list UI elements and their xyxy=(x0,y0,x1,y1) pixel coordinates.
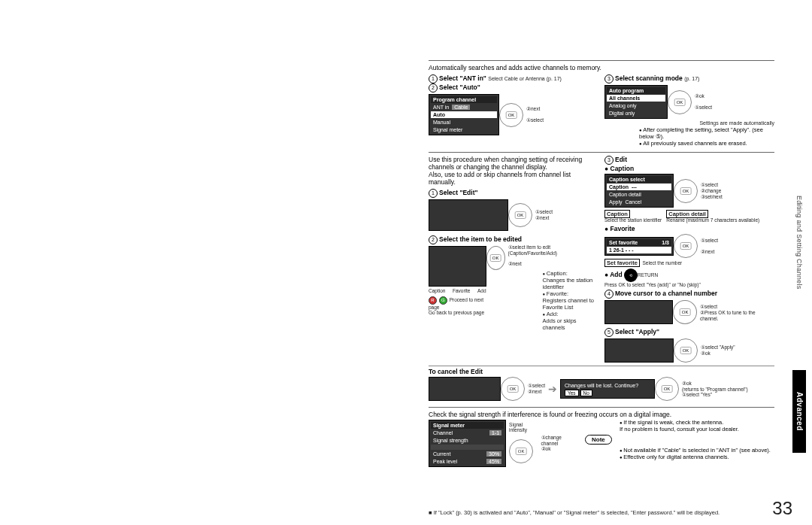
digital-only-row: Digital only xyxy=(607,110,665,117)
step-select-edit: Select "Edit" xyxy=(439,189,478,196)
cancel-ok-hints: ①select②next xyxy=(528,383,545,395)
add-heading: Add xyxy=(610,271,623,278)
cs-title: Caption select xyxy=(607,176,671,183)
item-ok-hints: ①select item to edit (Caption/Favorite/A… xyxy=(508,244,598,332)
sf-ok-hints: ①select②next xyxy=(701,238,718,255)
sf-row: 1 26-1 - - - xyxy=(607,247,671,253)
ok-dpad-icon xyxy=(508,203,532,227)
ap-title: Auto program xyxy=(607,87,665,94)
caption-heading: Caption xyxy=(611,165,635,172)
signal-meter-panel: Signal meter Channel 1-1 Signal strength… xyxy=(429,420,506,467)
auto-bullet-2: All previously saved channels are erased… xyxy=(639,140,774,147)
auto-note: Settings are made automatically xyxy=(604,120,774,126)
note-label: Note xyxy=(585,435,612,445)
return-icon: ⟲ xyxy=(624,269,638,282)
panel-title: Program channel xyxy=(431,96,497,103)
step-scan-mode: Select scanning mode xyxy=(615,74,683,82)
page-number: 33 xyxy=(772,498,792,519)
label-favorite: Favorite xyxy=(453,288,470,293)
caption-detail-row: Caption detail xyxy=(607,191,671,198)
ok-dpad-icon xyxy=(673,300,697,324)
manual-intro-1: Use this procedure when changing setting… xyxy=(429,156,598,171)
edit-ok-hints: ①select②next xyxy=(535,209,553,221)
footnote: ■ If "Lock" (p. 30) is activated and "Au… xyxy=(429,509,774,516)
apply-ok-hints: ①select "Apply"②ok xyxy=(701,344,735,357)
ok-dpad-icon xyxy=(655,377,679,401)
green-button-icon: G xyxy=(439,296,447,305)
confirm-dialog-text: Changes will be lost. Continue? xyxy=(562,382,653,389)
analog-only-row: Analog only xyxy=(607,102,665,109)
side-section-title: Editing and Setting Channels xyxy=(795,196,803,289)
confirm-dialog-panel: Changes will be lost. Continue? YesNo xyxy=(560,379,655,399)
sm-title: Signal meter xyxy=(431,422,504,429)
sm-ok-hints: ①change channel②ok xyxy=(541,435,579,452)
arrow-right-icon: ➔ xyxy=(548,383,557,395)
signal-bar xyxy=(431,445,504,450)
auto-bullets: After completing the setting, select "Ap… xyxy=(609,126,774,147)
auto-row: Auto xyxy=(431,111,497,118)
ant-in-hint: Select Cable or Antenna (p. 17) xyxy=(488,76,562,81)
no-button[interactable]: No xyxy=(580,390,592,396)
section-signal-meter: Check the signal strength if interferenc… xyxy=(429,407,774,473)
ant-in-value: Cable xyxy=(452,105,470,110)
sm-bullet-1: If the signal is weak, check the antenna… xyxy=(620,419,774,432)
step-move-cursor: Move cursor to a channel number xyxy=(615,290,717,297)
red-button-icon: R xyxy=(429,296,437,305)
add-text: Press OK to select "Yes (add)" or "No (s… xyxy=(604,282,774,287)
note-1: Not available if "Cable" is selected in … xyxy=(620,447,774,454)
note-2: Effective only for digital antenna chann… xyxy=(620,454,774,460)
circled-1: 1 xyxy=(429,74,438,83)
advanced-tab: Advanced xyxy=(792,370,806,453)
manual-page: Editing and Setting Channels Advanced 33… xyxy=(0,0,812,525)
ok-dpad-icon xyxy=(674,338,698,363)
set-favorite-box-label: Set favorite xyxy=(604,259,640,267)
circled-3: 3 xyxy=(604,74,614,83)
circled-2: 2 xyxy=(429,83,438,93)
program-channel-panel: Program channel ANT in Cable Auto Manual… xyxy=(429,94,499,135)
signal-strength-row: Signal strength xyxy=(431,437,504,444)
step-select-item: Select the item to be edited xyxy=(439,235,522,243)
ok-hints-1: ②next ①select xyxy=(526,106,544,123)
ok-dpad-icon xyxy=(501,377,525,401)
section-manual: Use this procedure when changing setting… xyxy=(429,152,774,407)
circled-2: 2 xyxy=(429,235,438,244)
all-channels-row: All channels xyxy=(607,95,665,102)
yes-button[interactable]: Yes xyxy=(565,390,579,396)
signal-intensity-label: Signal intensity xyxy=(509,422,527,432)
scan-mode-page: (p. 17) xyxy=(684,76,699,81)
auto-bullet-1: After completing the setting, select "Ap… xyxy=(639,126,774,140)
set-favorite-panel: Set favorite 1/3 1 26-1 - - - xyxy=(604,237,674,256)
manual-row: Manual xyxy=(431,119,497,126)
step-edit: Edit xyxy=(615,156,627,163)
ok-dpad-icon xyxy=(674,179,698,203)
manual-intro-2: Also, use to add or skip channels from c… xyxy=(429,171,598,186)
ok-dpad-icon xyxy=(674,234,698,258)
move-ok-hints: ①select②Press OK to tune to the channel. xyxy=(700,304,774,321)
ok-dpad-icon xyxy=(509,439,533,463)
circled-5: 5 xyxy=(604,328,614,337)
apply-panel xyxy=(604,338,674,363)
section-auto: Automatically searches and adds active c… xyxy=(429,60,774,152)
auto-intro: Automatically searches and adds active c… xyxy=(429,64,774,71)
auto-program-panel: Auto program All channels Analog only Di… xyxy=(604,85,668,119)
label-caption: Caption xyxy=(429,288,445,293)
return-label: RETURN xyxy=(638,272,658,278)
step-apply: Select "Apply" xyxy=(615,328,659,335)
ok-dpad-icon xyxy=(486,246,505,270)
rg-next-hint: Proceed to next page xyxy=(429,297,483,310)
step-auto: Select "Auto" xyxy=(439,83,480,91)
favorite-heading: Favorite xyxy=(611,225,635,232)
move-cursor-panel xyxy=(604,300,673,324)
edit-table-panel xyxy=(429,246,486,287)
cancel-panel xyxy=(429,377,501,401)
circled-4: 4 xyxy=(604,290,614,299)
dialog-ok-hints: ②ok(returns to "Program channel")①select… xyxy=(682,381,748,398)
cs-ok-hints: ①select②change③set/next xyxy=(701,182,723,200)
step-ant-in: Select "ANT in" xyxy=(439,74,486,82)
rg-prev-hint: Go back to previous page xyxy=(429,310,486,315)
caption-select-panel: Caption select Caption --- Caption detai… xyxy=(604,174,674,208)
cancel-edit-heading: To cancel the Edit xyxy=(429,368,483,375)
circled-3: 3 xyxy=(604,156,614,165)
ok-dpad-icon xyxy=(499,103,523,127)
circled-1: 1 xyxy=(429,189,438,198)
